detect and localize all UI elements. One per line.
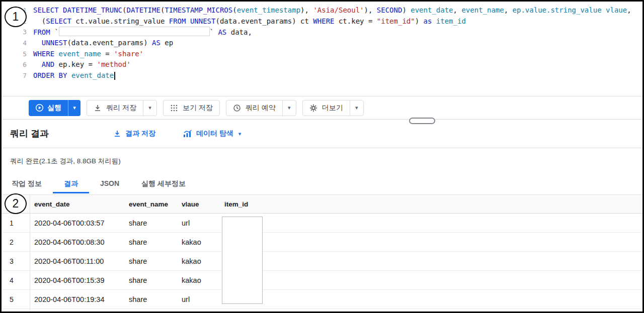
sql-token: TIMESTAMP_MICROS [165, 6, 232, 14]
sql-token: event_name [461, 6, 504, 14]
cell-event_date: 2020-04-06T00:15:39 [30, 276, 125, 284]
more-button[interactable]: 더보기 [303, 100, 350, 116]
schedule-query-dropdown[interactable]: ▾ [282, 100, 296, 116]
save-view-label: 보기 저장 [183, 103, 213, 113]
line-number: 4 [2, 38, 27, 49]
row-number: 2 [2, 233, 30, 251]
chart-icon [183, 130, 192, 138]
tab-execution-details[interactable]: 실행 세부정보 [130, 175, 197, 193]
table-row-partial [2, 309, 642, 313]
play-icon [35, 103, 44, 112]
results-tabs: 작업 정보결과JSON실행 세부정보 [2, 175, 642, 193]
save-query-button[interactable]: 쿼리 저장 [87, 100, 143, 116]
code-text: WHERE event_name = 'share' [27, 49, 143, 60]
sql-token: ( [33, 17, 46, 25]
sql-token [67, 71, 71, 79]
sql-token: , [504, 6, 513, 14]
run-dropdown[interactable]: ▾ [68, 100, 80, 116]
code-line: 4 UNNEST(data.event_params) AS ep [2, 38, 642, 49]
sql-token: SELECT [46, 17, 71, 25]
table-row: 12020-04-06T00:03:57shareurl [2, 214, 642, 233]
tab-results[interactable]: 결과 [53, 175, 89, 193]
row-number [2, 309, 30, 313]
sql-token: FROM [169, 17, 186, 25]
sql-token: ), [300, 6, 313, 14]
clock-icon [233, 104, 241, 112]
sql-token: 'method' [97, 60, 130, 68]
sql-token: 'share' [114, 50, 143, 58]
cell-event_date: 2020-04-06T00:03:57 [30, 219, 125, 227]
sql-token: (data.event_params) ct [215, 17, 313, 25]
redacted-table-name [59, 27, 210, 36]
more-label: 더보기 [322, 103, 343, 113]
sql-editor[interactable]: 1SELECT DATETIME_TRUNC(DATETIME(TIMESTAM… [2, 2, 642, 96]
sql-token: UNNEST [190, 17, 216, 25]
bigquery-console: { "annotations": { "step1": "1", "step2"… [0, 0, 644, 313]
sql-token: , [453, 6, 462, 14]
sql-token: ` [210, 28, 218, 36]
column-header-vlaue: vlaue [178, 200, 220, 208]
sql-token: , [627, 6, 631, 14]
sql-token: item_id [436, 17, 466, 25]
schedule-query-button[interactable]: 쿼리 예약 [226, 100, 282, 116]
row-number: 4 [2, 271, 30, 289]
chevron-down-icon: ▾ [73, 105, 76, 111]
code-line: 2 (SELECT ct.value.string_value FROM UNN… [2, 16, 642, 27]
sql-token: ct.value.string_value [71, 17, 169, 25]
cell-event_name: share [125, 257, 178, 265]
sql-token: AS [218, 28, 226, 36]
line-number: 5 [2, 49, 27, 60]
sql-token: SECOND [377, 6, 403, 14]
chevron-down-icon: ▾ [288, 105, 291, 111]
chevron-down-icon: ▾ [355, 105, 358, 111]
table-row: 52020-04-06T00:19:34shareurl [2, 290, 642, 309]
query-toolbar: 실행 ▾ 쿼리 저장 ▾ 보기 저장 [2, 96, 642, 120]
sql-token: "item_id" [377, 17, 415, 25]
sql-token: event_name [59, 50, 101, 58]
save-results-label: 결과 저장 [125, 129, 155, 138]
save-results-button[interactable]: 결과 저장 [113, 129, 155, 138]
text-cursor [114, 72, 115, 80]
save-view-button[interactable]: 보기 저장 [164, 100, 219, 116]
code-line: 1SELECT DATETIME_TRUNC(DATETIME(TIMESTAM… [2, 5, 642, 16]
code-text: AND ep.key = 'method' [27, 59, 131, 70]
cell-vlaue: kakao [178, 257, 220, 265]
table-row: 42020-04-06T00:15:39sharekakao [2, 271, 642, 290]
cell-vlaue: kakao [178, 276, 220, 284]
column-header-event_name: event_name [125, 200, 178, 208]
more-button-group: 더보기 ▾ [302, 100, 364, 116]
sql-token: ORDER BY [33, 71, 67, 79]
cell-event_name: share [125, 219, 178, 227]
cell-vlaue: url [178, 295, 220, 303]
run-button[interactable]: 실행 [29, 100, 68, 116]
save-query-dropdown[interactable]: ▾ [143, 100, 156, 116]
table-row: 32020-04-06T00:11:00sharekakao [2, 252, 642, 271]
more-dropdown[interactable]: ▾ [350, 100, 363, 116]
sql-token: (data.event_params) [67, 39, 152, 47]
sql-token: DATETIME_TRUNC [63, 6, 122, 14]
sql-token: as [424, 17, 432, 25]
sql-token [432, 17, 436, 25]
explore-data-button[interactable]: 데이터 탐색 ▾ [183, 129, 241, 138]
sql-token: FROM [33, 28, 50, 36]
tab-json[interactable]: JSON [89, 175, 130, 193]
run-button-label: 실행 [47, 103, 61, 113]
save-query-button-group: 쿼리 저장 ▾ [87, 100, 157, 116]
code-text: (SELECT ct.value.string_value FROM UNNES… [27, 16, 466, 27]
panel-resize-handle[interactable] [409, 118, 435, 124]
cell-event_date: 2020-04-06T00:11:00 [30, 257, 125, 265]
line-number: 3 [2, 27, 27, 38]
sql-token: event_timestamp [237, 6, 300, 14]
sql-token [33, 39, 42, 47]
line-number: 6 [2, 59, 27, 70]
sql-token: vlaue [606, 6, 627, 14]
save-query-label: 쿼리 저장 [106, 103, 136, 113]
cell-event_date: 2020-04-06T00:08:30 [30, 238, 125, 246]
sql-token: ) [415, 17, 424, 25]
code-line: 6 AND ep.key = 'method' [2, 59, 642, 70]
tab-job-info[interactable]: 작업 정보 [10, 175, 53, 193]
sql-token: event_date [71, 71, 114, 79]
column-header-event_date: event_date [30, 200, 125, 208]
sql-token: WHERE [313, 17, 334, 25]
cell-event_name: share [125, 238, 178, 246]
